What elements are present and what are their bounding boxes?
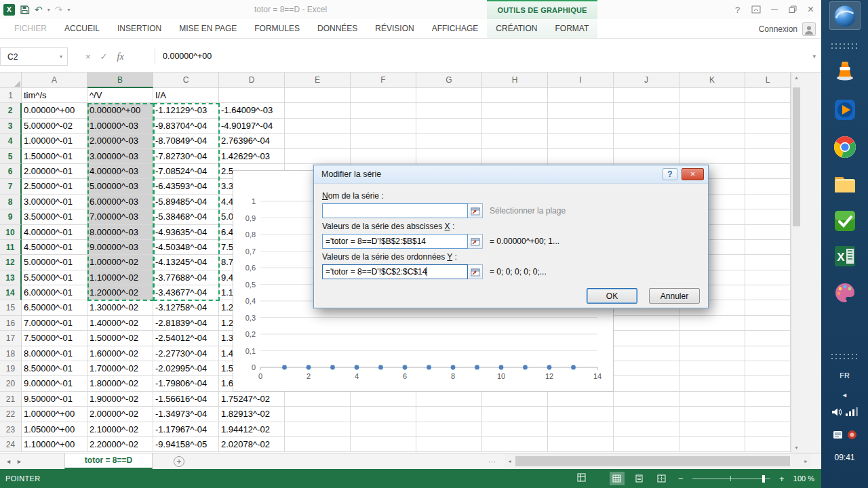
cell-C4[interactable]: -8.70849^-04 <box>153 134 219 148</box>
cell-H22[interactable] <box>482 407 548 422</box>
cell-F3[interactable] <box>351 119 416 134</box>
cell-C7[interactable]: -6.43593^-04 <box>153 179 219 194</box>
save-icon[interactable] <box>20 5 30 15</box>
tab-révision[interactable]: RÉVISION <box>366 19 422 38</box>
cell-A1[interactable]: tim^/s <box>22 88 87 103</box>
cell-B20[interactable]: 1.80000^-02 <box>87 376 153 391</box>
cell-E24[interactable] <box>285 437 351 452</box>
cell-J5[interactable] <box>614 149 679 164</box>
horizontal-scroll-thumb[interactable] <box>515 456 790 466</box>
row-header-15[interactable]: 15 <box>0 300 22 315</box>
row-header-1[interactable]: 1 <box>0 88 22 103</box>
cell-J16[interactable] <box>614 316 679 331</box>
cell-F2[interactable] <box>351 103 416 118</box>
close-button[interactable]: × <box>802 0 820 19</box>
tab-accueil[interactable]: ACCUEIL <box>56 19 108 38</box>
cell-C20[interactable]: -1.79806^-04 <box>153 376 219 391</box>
cell-G22[interactable] <box>416 407 482 422</box>
series-y-input[interactable]: ='totor = 8==D'!$C$2:$C$14 <box>322 264 468 279</box>
cell-L18[interactable] <box>745 346 791 361</box>
cell-K18[interactable] <box>679 346 745 361</box>
cell-B23[interactable]: 2.10000^-02 <box>87 422 153 437</box>
cell-L6[interactable] <box>745 164 791 179</box>
row-header-22[interactable]: 22 <box>0 407 22 422</box>
dialog-help-button[interactable]: ? <box>663 168 677 180</box>
cell-F24[interactable] <box>351 437 416 452</box>
cell-A20[interactable]: 9.00000^-01 <box>22 376 87 391</box>
add-sheet-button[interactable]: + <box>174 456 184 467</box>
cell-A8[interactable]: 3.00000^-01 <box>22 195 87 209</box>
cell-A3[interactable]: 5.00000^-02 <box>22 119 87 134</box>
zoom-in-icon[interactable]: + <box>778 474 786 484</box>
cell-B14[interactable]: 1.20000^-02 <box>87 285 153 300</box>
cell-E1[interactable] <box>285 88 351 103</box>
chart-point[interactable] <box>403 365 408 370</box>
cell-F23[interactable] <box>351 422 416 437</box>
cell-B15[interactable]: 1.30000^-02 <box>87 300 153 315</box>
browser-orb-icon[interactable] <box>821 3 868 29</box>
cell-L14[interactable] <box>745 285 791 300</box>
horizontal-scrollbar[interactable]: ◄ ► <box>505 453 811 469</box>
view-page-layout-button[interactable] <box>632 472 647 485</box>
tab-mise-en-page[interactable]: MISE EN PAGE <box>170 19 245 38</box>
cell-J19[interactable] <box>614 361 679 376</box>
cell-G5[interactable] <box>416 149 482 164</box>
ribbon-display-options-button[interactable] <box>747 0 765 19</box>
chart-point[interactable] <box>427 365 431 370</box>
chart-point[interactable] <box>571 365 576 370</box>
col-header-D[interactable]: D <box>219 73 285 88</box>
cell-D22[interactable]: 1.82913^-02 <box>219 407 285 422</box>
cell-K20[interactable] <box>679 376 745 391</box>
range-picker-y-button[interactable] <box>468 264 483 279</box>
cell-A13[interactable]: 5.50000^-01 <box>22 270 87 285</box>
cell-C22[interactable]: -1.34973^-04 <box>153 407 219 422</box>
tab-format[interactable]: FORMAT <box>546 19 597 38</box>
col-header-E[interactable]: E <box>285 73 351 88</box>
row-header-11[interactable]: 11 <box>0 240 22 255</box>
cell-C11[interactable]: -4.50348^-04 <box>153 240 219 255</box>
formula-bar-expand-icon[interactable]: ▾ <box>812 47 816 66</box>
undo-icon[interactable]: ↶ <box>35 5 43 14</box>
cell-I23[interactable] <box>548 422 614 437</box>
cell-C15[interactable]: -3.12758^-04 <box>153 300 219 315</box>
cell-L8[interactable] <box>745 195 791 209</box>
vertical-scroll-thumb[interactable] <box>793 87 800 226</box>
cell-F5[interactable] <box>351 149 416 164</box>
row-header-4[interactable]: 4 <box>0 134 22 148</box>
chart-point[interactable] <box>523 365 528 370</box>
minimize-button[interactable] <box>765 0 783 19</box>
cell-K3[interactable] <box>679 119 745 134</box>
chart-point[interactable] <box>378 365 383 370</box>
cell-E5[interactable] <box>285 149 351 164</box>
chart-point[interactable] <box>355 365 359 370</box>
cell-J2[interactable] <box>614 103 679 118</box>
cell-K5[interactable] <box>679 149 745 164</box>
scroll-up-icon[interactable]: ▲ <box>791 73 802 83</box>
cell-A9[interactable]: 3.50000^-01 <box>22 209 87 224</box>
cell-L4[interactable] <box>745 134 791 148</box>
select-all-corner[interactable] <box>0 73 22 88</box>
row-header-7[interactable]: 7 <box>0 179 22 194</box>
cell-C10[interactable]: -4.93635^-04 <box>153 225 219 240</box>
cell-J18[interactable] <box>614 346 679 361</box>
cell-C6[interactable]: -7.08524^-04 <box>153 164 219 179</box>
cell-B7[interactable]: 5.00000^-03 <box>87 179 153 194</box>
name-box[interactable]: C2 ▾ <box>0 47 68 66</box>
cell-A14[interactable]: 6.00000^-01 <box>22 285 87 300</box>
cell-C23[interactable]: -1.17967^-04 <box>153 422 219 437</box>
tray-expand-icon[interactable]: ◄ <box>821 392 868 399</box>
cell-I24[interactable] <box>548 437 614 452</box>
cell-L11[interactable] <box>745 240 791 255</box>
cell-L7[interactable] <box>745 179 791 194</box>
zoom-level[interactable]: 100 % <box>793 474 814 483</box>
cell-C21[interactable]: -1.56616^-04 <box>153 392 219 407</box>
chart-point[interactable] <box>499 365 504 370</box>
scroll-left-icon[interactable]: ◄ <box>505 453 515 469</box>
col-header-I[interactable]: I <box>548 73 614 88</box>
cell-H23[interactable] <box>482 422 548 437</box>
col-header-H[interactable]: H <box>482 73 548 88</box>
sheet-tab-active[interactable]: totor = 8==D <box>64 453 153 469</box>
cell-J17[interactable] <box>614 331 679 346</box>
cell-K22[interactable] <box>679 407 745 422</box>
cell-G24[interactable] <box>416 437 482 452</box>
